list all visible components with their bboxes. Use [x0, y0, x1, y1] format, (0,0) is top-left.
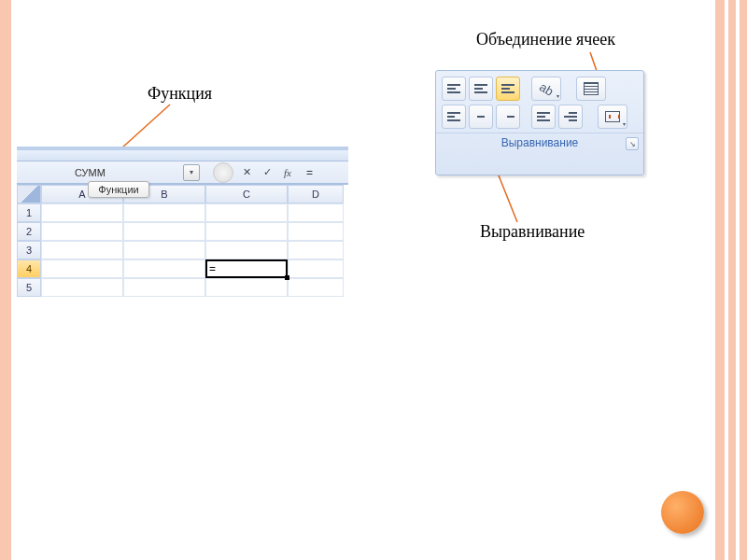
active-cell-value: =	[209, 262, 216, 275]
cell[interactable]	[41, 278, 123, 297]
spreadsheet-grid: A B C D 1 2 3 4 = 5	[17, 184, 348, 297]
slide-decoration-dot	[661, 491, 704, 534]
align-middle-button[interactable]	[469, 77, 493, 101]
cell[interactable]	[41, 203, 123, 222]
increase-indent-icon	[564, 112, 577, 121]
select-all-corner[interactable]	[17, 185, 41, 203]
cell[interactable]	[41, 241, 123, 259]
fill-handle[interactable]	[285, 275, 289, 280]
align-left-button[interactable]	[442, 105, 466, 129]
align-center-button[interactable]	[469, 105, 493, 129]
row-header[interactable]: 1	[17, 203, 41, 222]
cancel-formula-button[interactable]: ✕	[237, 163, 256, 182]
align-top-button[interactable]	[442, 77, 466, 101]
name-box[interactable]: СУММ	[71, 164, 153, 181]
decoration-stripe	[736, 0, 740, 560]
cell[interactable]	[41, 259, 123, 278]
annotation-merge: Объединение ячеек	[476, 30, 615, 49]
cell[interactable]	[123, 222, 205, 241]
cell[interactable]	[288, 222, 344, 241]
cell[interactable]	[41, 222, 123, 241]
functions-dropdown-button[interactable]	[213, 162, 233, 183]
orientation-button[interactable]: ab ▾	[531, 77, 561, 101]
functions-tooltip: Функции	[88, 181, 149, 198]
wrap-text-icon	[584, 82, 599, 95]
cell[interactable]	[205, 222, 288, 241]
cell[interactable]	[123, 203, 205, 222]
active-cell[interactable]: =	[205, 259, 288, 278]
column-header[interactable]: C	[205, 185, 288, 203]
cell[interactable]	[288, 241, 344, 259]
decoration-stripe	[725, 0, 728, 560]
align-right-button[interactable]	[496, 105, 520, 129]
cell[interactable]	[123, 278, 205, 297]
cell[interactable]	[205, 241, 288, 259]
orientation-icon: ab	[537, 79, 556, 98]
increase-indent-button[interactable]	[558, 105, 583, 129]
cell[interactable]	[205, 203, 288, 222]
row-header[interactable]: 3	[17, 241, 41, 259]
cell[interactable]	[288, 259, 344, 278]
excel-title-strip	[17, 150, 348, 161]
chevron-down-icon: ▾	[557, 92, 559, 99]
insert-function-button[interactable]: fx	[278, 163, 297, 182]
name-box-dropdown-icon[interactable]: ▾	[183, 164, 200, 181]
cell[interactable]	[288, 278, 344, 297]
ribbon-group-label: Выравнивание ↘	[436, 133, 643, 154]
ribbon-group-label-text: Выравнивание	[501, 136, 579, 149]
ribbon-alignment-group: ab ▾	[435, 70, 644, 175]
row-header[interactable]: 5	[17, 278, 41, 297]
wrap-text-button[interactable]	[576, 77, 606, 101]
cell[interactable]	[123, 259, 205, 278]
cell[interactable]	[123, 241, 205, 259]
annotation-function: Функция	[148, 84, 212, 104]
cell[interactable]	[205, 278, 288, 297]
dialog-launcher-button[interactable]: ↘	[626, 137, 639, 150]
row-header-active[interactable]: 4	[17, 259, 41, 278]
merge-center-button[interactable]: ▾	[598, 105, 627, 129]
column-header[interactable]: D	[288, 185, 344, 203]
chevron-down-icon: ▾	[623, 120, 626, 127]
row-header[interactable]: 2	[17, 222, 41, 241]
align-bottom-button[interactable]	[496, 77, 520, 101]
slide-right-border	[715, 0, 747, 560]
formula-bar-input[interactable]: =	[306, 166, 313, 179]
cell[interactable]	[288, 203, 344, 222]
enter-formula-button[interactable]: ✓	[258, 163, 276, 182]
merge-cells-icon	[605, 111, 620, 122]
decrease-indent-icon	[537, 112, 550, 121]
decrease-indent-button[interactable]	[531, 105, 556, 129]
annotation-alignment: Выравнивание	[480, 222, 585, 242]
slide-left-border	[0, 0, 11, 560]
excel-fragment: СУММ ▾ ✕ ✓ fx = Функции A B C D 1 2 3 4	[17, 147, 348, 297]
formula-bar-row: СУММ ▾ ✕ ✓ fx =	[17, 161, 348, 184]
